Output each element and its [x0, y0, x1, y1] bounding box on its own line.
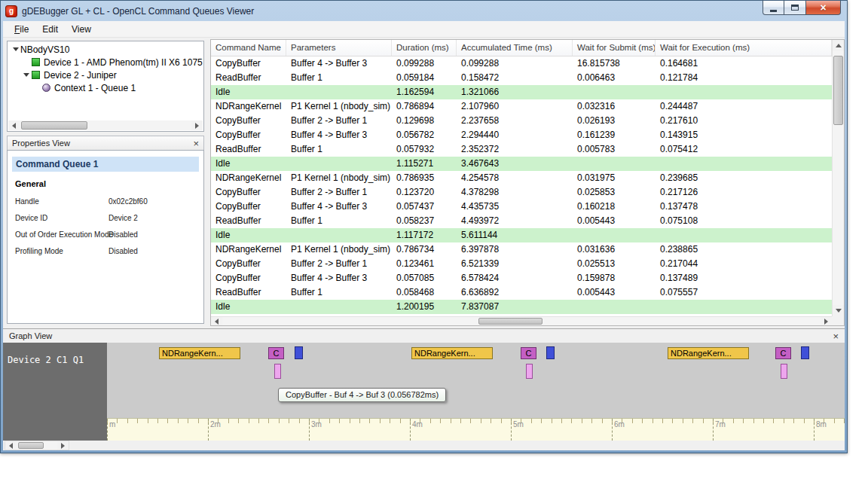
graph-block-copy[interactable]: C [268, 347, 284, 359]
table-cell: 2.237658 [457, 114, 573, 128]
close-panel-icon[interactable]: × [193, 139, 199, 148]
timeline-row-label: Device 2 C1 Q1 [3, 343, 107, 441]
table-cell: 0.217126 [656, 185, 832, 200]
column-header[interactable]: Command Name [211, 40, 286, 56]
graph-block-sub[interactable] [274, 364, 281, 379]
table-cell: 0.164681 [656, 56, 832, 71]
scroll-up-button[interactable] [833, 40, 844, 51]
scroll-down-button[interactable] [833, 305, 844, 316]
table-cell: 0.786935 [392, 171, 457, 185]
menu-item-file[interactable]: File [8, 22, 35, 37]
column-header[interactable]: Accumulated Time (ms) [457, 40, 573, 56]
scrollbar-thumb[interactable] [478, 318, 542, 325]
table-cell: CopyBuffer [211, 257, 286, 271]
scroll-right-button[interactable] [191, 120, 203, 130]
close-icon: × [820, 2, 826, 14]
table-row[interactable]: NDRangeKernelP1 Kernel 1 (nbody_sim)0.78… [211, 99, 832, 114]
table-cell: 4.378298 [457, 185, 573, 200]
graph-horizontal-scrollbar[interactable] [5, 441, 69, 450]
graph-block-kernel[interactable]: NDRangeKern... [411, 347, 493, 359]
graph-block-exec[interactable] [546, 346, 555, 359]
minimize-icon [770, 10, 777, 12]
tree-expander-icon[interactable] [11, 47, 20, 51]
property-row: Device IDDevice 2 [12, 211, 199, 227]
table-row[interactable]: NDRangeKernelP1 Kernel 1 (nbody_sim)0.78… [211, 242, 832, 257]
tree-item[interactable]: Device 1 - AMD Phenom(tm) II X6 1075T [8, 56, 203, 69]
table-row[interactable]: Idle1.1152713.467643 [211, 157, 832, 171]
table-horizontal-scrollbar[interactable] [211, 316, 832, 325]
scrollbar-track[interactable] [20, 120, 191, 130]
scrollbar-thumb[interactable] [18, 442, 44, 449]
table-row[interactable]: Idle1.1171725.611144 [211, 228, 832, 242]
column-header[interactable]: Parameters [286, 40, 392, 56]
triangle-icon [23, 73, 29, 77]
scrollbar-track[interactable] [17, 441, 57, 450]
property-value: Disabled [108, 230, 138, 239]
table-row[interactable]: CopyBufferBuffer 4 -> Buffer 30.0992880.… [211, 56, 832, 71]
table-row[interactable]: CopyBufferBuffer 4 -> Buffer 30.0574374.… [211, 200, 832, 214]
scroll-right-button[interactable] [821, 317, 832, 325]
table-row[interactable]: CopyBufferBuffer 2 -> Buffer 10.1296982.… [211, 114, 832, 128]
window-controls: × [763, 1, 841, 15]
timeline-tooltip: CopyBuffer - Buf 4 -> Buf 3 (0.056782ms) [278, 388, 446, 402]
scroll-left-button[interactable] [8, 120, 20, 130]
ruler-tick [410, 419, 411, 441]
table-row[interactable]: NDRangeKernelP1 Kernel 1 (nbody_sim)0.78… [211, 171, 832, 185]
table-cell: 0.786734 [392, 242, 457, 257]
tree-item[interactable]: Device 2 - Juniper [8, 69, 203, 81]
table-row[interactable]: CopyBufferBuffer 4 -> Buffer 30.0567822.… [211, 128, 832, 142]
tree-item[interactable]: Context 1 - Queue 1 [8, 81, 203, 94]
table-vertical-scrollbar[interactable] [832, 40, 844, 316]
column-header[interactable]: Duration (ms) [392, 40, 457, 56]
scrollbar-track[interactable] [833, 51, 844, 305]
menu-item-view[interactable]: View [65, 22, 98, 37]
column-header[interactable]: Wait for Execution (ms) [656, 40, 832, 56]
table-cell: 0.123461 [392, 257, 457, 271]
graph-block-copy[interactable]: C [521, 347, 536, 359]
graph-block-copy[interactable]: C [775, 347, 791, 359]
table-row[interactable]: ReadBufferBuffer 10.0579322.3523720.0057… [211, 142, 832, 157]
scroll-left-button[interactable] [211, 317, 222, 325]
graph-block-kernel[interactable]: NDRangeKern... [668, 347, 749, 359]
close-panel-icon[interactable]: × [833, 331, 839, 341]
title-bar[interactable]: g gDEBugger GL + CL - OpenCL Command Que… [1, 1, 847, 21]
app-icon: g [5, 5, 17, 17]
graph-block-sub[interactable] [526, 364, 533, 379]
minimize-button[interactable] [763, 1, 784, 15]
scroll-left-button[interactable] [5, 441, 17, 450]
table-cell [286, 85, 392, 99]
arrow-down-icon [836, 309, 842, 313]
table-row[interactable]: ReadBufferBuffer 10.0584686.6368920.0054… [211, 285, 832, 300]
graph-block-sub[interactable] [781, 364, 787, 379]
table-cell: 0.075108 [656, 214, 832, 228]
device-icon [32, 58, 40, 66]
table-row[interactable]: CopyBufferBuffer 2 -> Buffer 10.1237204.… [211, 185, 832, 200]
table-cell: CopyBuffer [211, 185, 286, 200]
scrollbar-track[interactable] [222, 317, 821, 325]
table-cell: 0.137489 [656, 271, 832, 285]
tree-horizontal-scrollbar[interactable] [8, 120, 203, 130]
scrollbar-thumb[interactable] [833, 56, 843, 125]
table-row[interactable]: CopyBufferBuffer 4 -> Buffer 30.0570856.… [211, 271, 832, 285]
graph-block-kernel[interactable]: NDRangeKern... [159, 347, 240, 359]
close-button[interactable]: × [805, 1, 841, 15]
table-row[interactable]: CopyBufferBuffer 2 -> Buffer 10.1234616.… [211, 257, 832, 271]
table-cell: 0.026193 [573, 114, 656, 128]
tree-item[interactable]: NBodyVS10 [8, 43, 203, 56]
column-header[interactable]: Wait for Submit (ms) [573, 40, 656, 56]
graph-block-exec[interactable] [295, 346, 303, 359]
table-body: CopyBufferBuffer 4 -> Buffer 30.0992880.… [211, 56, 832, 316]
table-row[interactable]: Idle1.1625941.321066 [211, 85, 832, 99]
arrow-right-icon [61, 443, 65, 449]
scrollbar-thumb[interactable] [21, 121, 87, 130]
graph-block-exec[interactable] [801, 346, 809, 359]
scroll-right-button[interactable] [57, 441, 69, 450]
table-row[interactable]: ReadBufferBuffer 10.0582374.4939720.0054… [211, 214, 832, 228]
table-cell: NDRangeKernel [211, 242, 286, 257]
maximize-button[interactable] [784, 1, 805, 15]
table-row[interactable]: ReadBufferBuffer 10.0591840.1584720.0064… [211, 71, 832, 85]
tree-expander-icon[interactable] [22, 73, 31, 77]
table-row[interactable]: Idle1.2001957.837087 [211, 300, 832, 314]
menu-item-edit[interactable]: Edit [35, 22, 65, 37]
table-cell: 0.121784 [656, 71, 832, 85]
